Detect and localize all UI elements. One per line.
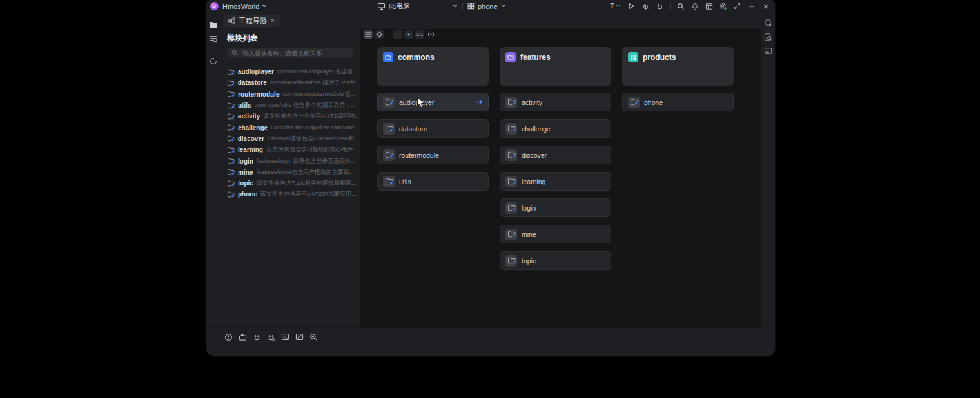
target-selector[interactable]: phone [467, 3, 506, 10]
search-icon [231, 50, 238, 56]
module-row-utils[interactable]: utils commons/utils 包含多个实用工具类，... [220, 100, 360, 111]
module-card-label: utils [399, 178, 411, 185]
module-desc: features/mine包含用户模块的主要组... [256, 168, 354, 176]
help-button[interactable] [426, 30, 435, 39]
module-row-challenge[interactable]: challenge Contains the MapView compone..… [220, 122, 360, 133]
toolbox-icon[interactable] [238, 332, 247, 341]
module-row-phone[interactable]: phone 该文件夹包含基于arkTS的鸿蒙应用... [220, 189, 360, 200]
module-row-datastore[interactable]: datastore commons/datastore 提供了 Prefe... [220, 77, 360, 88]
search-button[interactable] [676, 1, 685, 11]
folder-chip [383, 176, 395, 187]
chevron-down-icon [262, 5, 267, 8]
run-button[interactable] [627, 1, 636, 11]
project-folder-icon[interactable] [206, 17, 220, 32]
module-card-label: login [522, 204, 536, 212]
progress-ring-icon[interactable] [206, 54, 220, 68]
debug-icon[interactable] [252, 332, 261, 341]
goto-arrow-icon[interactable] [475, 99, 483, 105]
notifications-button[interactable] [690, 1, 700, 11]
module-row-mine[interactable]: mine features/mine包含用户模块的主要组... [220, 167, 360, 178]
module-card-utils[interactable]: utils [377, 172, 489, 191]
terminal-icon[interactable] [280, 332, 289, 341]
zoom-reset-button[interactable]: 1:1 [415, 30, 424, 39]
module-card-learning[interactable]: learning [500, 172, 611, 191]
window-layout-button[interactable] [704, 1, 714, 11]
title-bar: D HmosWorld 此电脑 [206, 0, 775, 12]
module-desc: commons/routermodule 提... [282, 90, 356, 99]
tab-project-tour[interactable]: 工程导游 ✕ [224, 15, 280, 27]
module-card-discover[interactable]: discover [500, 146, 611, 164]
find-structure-icon[interactable] [206, 32, 220, 46]
device-doc-search-icon[interactable] [764, 33, 772, 41]
module-search-box[interactable] [227, 48, 354, 58]
module-card-mine[interactable]: mine [500, 225, 611, 243]
folder-chip [505, 229, 517, 240]
module-card-phone[interactable]: phone [622, 93, 734, 111]
debug-button[interactable] [641, 1, 651, 11]
module-row-routermodule[interactable]: routermodule commons/routermodule 提... [220, 89, 360, 100]
tab-close-icon[interactable]: ✕ [270, 18, 275, 24]
folder-chip [505, 97, 517, 108]
module-desc: Discover模块包含DiscoverView和 ... [268, 135, 358, 143]
module-search-input[interactable] [241, 49, 349, 57]
mouse-cursor [416, 97, 425, 109]
project-menu[interactable]: HmosWorld [222, 3, 267, 10]
settings-button[interactable] [718, 1, 728, 11]
editor-tab-bar: 工程导游 ✕ [220, 12, 761, 29]
group-card-commons[interactable]: commons [377, 47, 489, 86]
module-row-learning[interactable]: learning 该文件夹包含学习模块的核心组件... [220, 144, 360, 155]
device-selector[interactable]: 此电脑 [377, 1, 458, 11]
assistant-icon[interactable] [764, 19, 772, 27]
list-view-button[interactable] [364, 30, 373, 39]
module-row-audioplayer[interactable]: audioplayer commons/audioplayer 包含音 ... [220, 66, 360, 77]
module-card-login[interactable]: login [500, 198, 611, 217]
attach-debugger-button[interactable] [655, 1, 665, 11]
module-card-activity[interactable]: activity [500, 93, 611, 111]
module-row-activity[interactable]: activity 该文件夹包含一个使用ArkTS编写的... [220, 111, 360, 122]
project-tour-icon [228, 17, 235, 24]
module-card-datastore[interactable]: datastore [377, 119, 489, 138]
module-name: discover [238, 135, 264, 142]
group-card-features[interactable]: features [500, 47, 611, 86]
locate-button[interactable] [375, 30, 384, 39]
module-desc: 该文件夹包含学习模块的核心组件... [266, 146, 358, 154]
module-grid-icon [467, 3, 475, 10]
dependency-canvas[interactable]: − + 1:1 commons [360, 29, 761, 327]
folder-icon [227, 180, 235, 187]
group-name: products [643, 53, 676, 62]
module-name: utils [238, 102, 251, 109]
module-row-login[interactable]: login features/login 目录包含登录页面组件... [220, 155, 360, 166]
log-icon[interactable] [295, 332, 304, 341]
folder-icon [227, 191, 235, 198]
build-variant-button[interactable]: T [608, 1, 622, 11]
module-card-label: topic [522, 257, 536, 265]
folder-chip [628, 97, 640, 108]
profiler-icon[interactable] [266, 332, 275, 341]
panel-title: 模块列表 [227, 33, 258, 44]
module-card-audioplayer[interactable]: audioplayer [377, 93, 489, 111]
chevron-down-icon [616, 5, 620, 8]
module-desc: Contains the MapView compone... [271, 124, 358, 131]
bell-icon [691, 3, 699, 10]
module-list: audioplayer commons/audioplayer 包含音 ... … [220, 66, 360, 200]
group-card-products[interactable]: products [622, 47, 734, 86]
restore-window-button[interactable] [732, 1, 742, 11]
module-card-routermodule[interactable]: routermodule [377, 146, 489, 164]
module-card-label: discover [522, 151, 547, 159]
layout-panel-icon[interactable] [764, 47, 772, 55]
folder-chip [505, 123, 517, 135]
app-logo-icon: D [210, 2, 219, 10]
inspect-icon[interactable] [309, 332, 318, 341]
module-card-topic[interactable]: topic [500, 251, 611, 270]
device-label: 此电脑 [389, 1, 410, 11]
zoom-out-button[interactable]: − [393, 30, 402, 39]
minimize-window-button[interactable] [747, 1, 756, 11]
module-row-discover[interactable]: discover Discover模块包含DiscoverView和 ... [220, 133, 360, 144]
close-window-button[interactable] [761, 1, 770, 11]
left-tool-rail [206, 12, 220, 332]
module-card-challenge[interactable]: challenge [500, 119, 611, 138]
module-row-topic[interactable]: topic 该文件夹包含Topic相关的逻辑和视图... [220, 178, 360, 189]
module-name: login [238, 158, 253, 165]
zoom-in-button[interactable]: + [404, 30, 413, 39]
problems-icon[interactable] [224, 332, 233, 341]
